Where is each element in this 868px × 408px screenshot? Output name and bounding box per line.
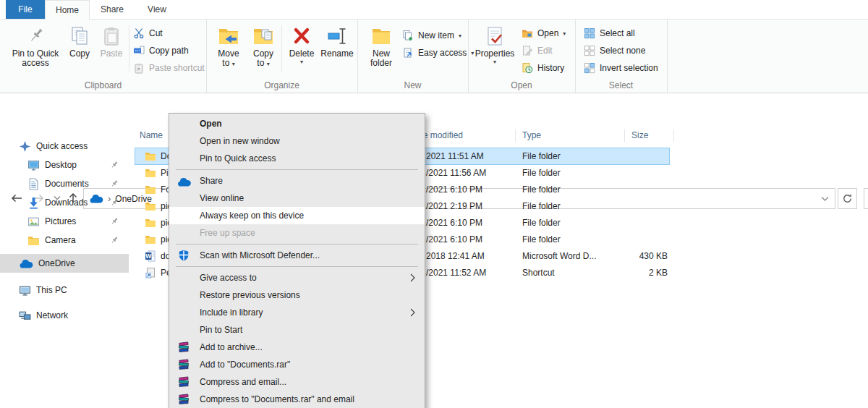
winrar-icon bbox=[178, 359, 190, 370]
select-none-icon bbox=[584, 45, 595, 56]
invert-selection-label: Invert selection bbox=[600, 63, 658, 73]
column-header-type[interactable]: Type bbox=[522, 130, 541, 140]
menu-item-always-keep-on-this-device[interactable]: Always keep on this device bbox=[169, 207, 425, 224]
invert-selection-button[interactable]: Invert selection bbox=[584, 59, 658, 77]
select-group-label: Select bbox=[575, 80, 667, 90]
tab-view[interactable]: View bbox=[135, 0, 179, 19]
open-button[interactable]: Open ▾ bbox=[522, 25, 566, 42]
menu-item-label: Add to archive... bbox=[200, 342, 263, 352]
file-date-modified: /2021 2:19 PM bbox=[426, 201, 482, 212]
pin-to-quick-access-button[interactable]: Pin to Quick access bbox=[7, 23, 64, 68]
pin-icon[interactable] bbox=[110, 236, 119, 245]
menu-separator bbox=[176, 169, 418, 170]
sidebar-item-documents[interactable]: Documents bbox=[0, 174, 129, 193]
copy-icon bbox=[69, 25, 90, 47]
pin-icon[interactable] bbox=[110, 161, 119, 169]
menu-item-label: Include in library bbox=[200, 307, 263, 318]
menu-item-add-to-archive[interactable]: Add to archive... bbox=[169, 339, 425, 356]
network-icon bbox=[19, 310, 31, 322]
properties-dropdown-caret: ▾ bbox=[472, 59, 517, 65]
file-type: Microsoft Word D... bbox=[522, 251, 596, 262]
select-all-button[interactable]: Select all bbox=[584, 25, 658, 42]
paste-icon bbox=[101, 25, 122, 47]
move-to-button[interactable]: Move to ▾ bbox=[212, 23, 245, 68]
star-icon bbox=[19, 140, 31, 153]
properties-label: Properties bbox=[472, 49, 517, 59]
select-all-icon bbox=[584, 27, 595, 39]
rename-icon bbox=[326, 25, 348, 47]
sidebar-item-pictures[interactable]: Pictures bbox=[0, 212, 129, 231]
word-document-icon: W bbox=[145, 250, 156, 262]
sidebar-item-onedrive[interactable]: OneDrive bbox=[0, 254, 129, 273]
menu-item-restore-previous-versions[interactable]: Restore previous versions bbox=[169, 286, 425, 304]
menu-item-pin-to-quick-access[interactable]: Pin to Quick access bbox=[169, 150, 425, 167]
menu-item-view-online[interactable]: View online bbox=[169, 190, 425, 207]
copy-to-dropdown-caret: ▾ bbox=[267, 61, 270, 67]
delete-label: Delete bbox=[284, 49, 319, 59]
pin-icon[interactable] bbox=[110, 179, 119, 188]
menu-item-compress-and-email[interactable]: Compress and email... bbox=[169, 373, 425, 391]
file-type: File folder bbox=[522, 184, 561, 195]
delete-button[interactable]: Delete ▾ bbox=[284, 23, 319, 65]
column-header-size[interactable]: Size bbox=[631, 130, 648, 140]
pin-to-quick-access-label: Pin to Quick access bbox=[7, 49, 64, 68]
menu-item-label: View online bbox=[200, 193, 244, 203]
file-type: File folder bbox=[522, 234, 561, 245]
file-date-modified: /2021 11:52 AM bbox=[426, 268, 486, 279]
select-none-button[interactable]: Select none bbox=[584, 42, 658, 59]
menu-item-compress-to-documents-rar-and-email[interactable]: Compress to "Documents.rar" and email bbox=[169, 391, 425, 408]
column-header-name[interactable]: Name bbox=[140, 130, 163, 140]
file-date-modified: /2021 6:10 PM bbox=[426, 234, 482, 245]
menu-item-share[interactable]: Share bbox=[169, 172, 425, 190]
sidebar-item-camera[interactable]: Camera bbox=[0, 231, 129, 250]
edit-label: Edit bbox=[537, 46, 553, 56]
navigation-bar: › OneDrive bbox=[0, 92, 868, 122]
tab-file[interactable]: File bbox=[6, 0, 45, 19]
pin-icon[interactable] bbox=[110, 217, 119, 226]
easy-access-button[interactable]: Easy access ▾ bbox=[402, 44, 474, 61]
open-dropdown-caret: ▾ bbox=[563, 30, 566, 37]
sidebar-item-network[interactable]: Network bbox=[0, 306, 129, 325]
onedrive-cloud-icon bbox=[176, 177, 192, 187]
rename-button[interactable]: Rename bbox=[319, 23, 355, 59]
open-folder-icon bbox=[522, 27, 533, 39]
menu-item-scan-with-microsoft-defender[interactable]: Scan with Microsoft Defender... bbox=[169, 247, 425, 264]
copy-to-button[interactable]: Copy to ▾ bbox=[247, 23, 280, 68]
file-date-modified: 2021 11:51 AM bbox=[426, 151, 484, 162]
sidebar-item-this-pc[interactable]: This PC bbox=[0, 281, 129, 299]
folder-icon bbox=[145, 150, 156, 162]
pin-icon[interactable] bbox=[110, 198, 119, 207]
column-divider[interactable] bbox=[515, 129, 516, 142]
menu-item-include-in-library[interactable]: Include in library bbox=[169, 304, 425, 321]
file-size: 2 KB bbox=[593, 268, 668, 279]
menu-item-open[interactable]: Open bbox=[169, 115, 425, 132]
ribbon-group-open: Properties ▾ Open ▾ Edit History Open bbox=[468, 20, 576, 93]
new-folder-button[interactable]: New folder bbox=[363, 23, 399, 68]
winrar-icon bbox=[178, 341, 190, 353]
move-to-icon bbox=[218, 25, 239, 47]
ribbon-group-clipboard: Pin to Quick access Copy Paste Cut Copy … bbox=[0, 20, 207, 93]
menu-item-open-in-new-window[interactable]: Open in new window bbox=[169, 132, 425, 150]
tab-home[interactable]: Home bbox=[45, 0, 90, 20]
copy-button[interactable]: Copy bbox=[64, 23, 95, 59]
sidebar-item-desktop[interactable]: Desktop bbox=[0, 156, 129, 174]
new-item-button[interactable]: New item ▾ bbox=[402, 27, 474, 44]
history-button[interactable]: History bbox=[522, 59, 566, 77]
copy-path-button[interactable]: Copy path bbox=[133, 42, 205, 59]
new-item-label: New item bbox=[418, 30, 454, 41]
column-divider[interactable] bbox=[624, 129, 625, 142]
column-divider[interactable] bbox=[673, 129, 674, 142]
file-date-modified: 2018 12:41 AM bbox=[426, 251, 485, 262]
menu-item-add-to-documents-rar[interactable]: Add to "Documents.rar" bbox=[169, 356, 425, 373]
cut-label: Cut bbox=[149, 28, 163, 38]
menu-item-label: Compress to "Documents.rar" and email bbox=[200, 394, 354, 404]
computer-icon bbox=[19, 284, 31, 297]
picture-icon bbox=[27, 216, 40, 228]
sidebar-item-quick-access[interactable]: Quick access bbox=[0, 137, 129, 156]
menu-item-pin-to-start[interactable]: Pin to Start bbox=[169, 321, 425, 339]
tab-share[interactable]: Share bbox=[90, 0, 135, 19]
cut-button[interactable]: Cut bbox=[133, 25, 205, 42]
menu-item-give-access-to[interactable]: Give access to bbox=[169, 269, 425, 286]
sidebar-item-downloads[interactable]: Downloads bbox=[0, 193, 129, 212]
properties-button[interactable]: Properties ▾ bbox=[472, 23, 517, 65]
